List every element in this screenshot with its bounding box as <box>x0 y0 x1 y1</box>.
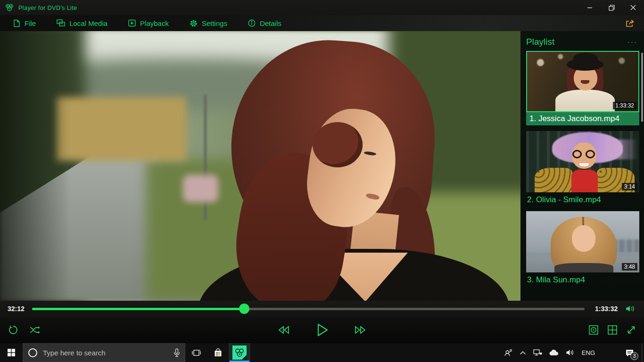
duration-badge: 3:14 <box>622 183 637 190</box>
minimize-button[interactable] <box>579 0 601 15</box>
thumb2-art-glasses-left <box>572 150 582 158</box>
playlist-scrollbar[interactable] <box>641 53 643 122</box>
task-view-button[interactable] <box>185 343 207 362</box>
video-art-building <box>57 97 186 161</box>
local-media-icon <box>57 19 65 27</box>
windows-start-icon <box>8 349 15 356</box>
duration-badge: 3:48 <box>622 263 637 271</box>
restore-button[interactable] <box>601 0 622 15</box>
fullscreen-button[interactable] <box>626 325 636 335</box>
menu-details-label: Details <box>260 19 281 27</box>
repeat-button[interactable] <box>8 324 19 336</box>
settings-gear-icon <box>190 19 198 27</box>
thumb2-art-jacket-left <box>535 168 572 192</box>
playlist-item-label[interactable]: 1. Jessica Jacobson.mp4 <box>526 112 639 125</box>
grid-view-button[interactable] <box>607 325 618 335</box>
total-time: 1:33:32 <box>595 305 618 313</box>
shuffle-button[interactable] <box>29 325 41 335</box>
notification-badge: 3 <box>630 352 638 360</box>
playlist-title: Playlist <box>526 37 554 47</box>
snapshot-button[interactable] <box>588 325 599 335</box>
onedrive-button[interactable] <box>549 349 559 356</box>
start-button[interactable] <box>0 343 23 362</box>
grid-view-icon <box>607 325 618 335</box>
playlist-thumbnail-2[interactable]: 3:14 <box>526 131 639 192</box>
thumb3-art-shoulders <box>554 263 613 272</box>
chevron-up-icon <box>520 351 526 355</box>
menu-file[interactable]: File <box>13 19 36 27</box>
share-button[interactable] <box>625 19 635 27</box>
playlist-thumbnail-3[interactable]: 3:48 <box>526 211 639 272</box>
play-icon <box>314 322 330 338</box>
info-icon <box>248 19 256 27</box>
people-icon <box>504 349 512 357</box>
menu-file-label: File <box>25 19 36 27</box>
microphone-button[interactable] <box>173 348 180 357</box>
file-icon <box>13 19 20 27</box>
onedrive-cloud-icon <box>549 349 559 356</box>
thumb2-art-smile <box>579 163 589 166</box>
video-art-car <box>183 175 218 202</box>
network-icon <box>533 349 542 356</box>
playlist-header: Playlist ··· <box>526 37 637 47</box>
thumb3-art-hair-part <box>582 217 584 226</box>
show-desktop-button[interactable] <box>642 343 644 362</box>
seek-bar[interactable] <box>32 308 585 310</box>
microphone-icon <box>173 348 180 357</box>
close-button[interactable] <box>622 0 644 15</box>
app-logo-icon <box>5 3 14 12</box>
tray-volume-icon <box>566 349 575 356</box>
playlist-item-1[interactable]: 1:33:32 1. Jessica Jacobson.mp4 <box>526 51 639 125</box>
play-button[interactable] <box>314 322 330 338</box>
playlist-more-button[interactable]: ··· <box>627 40 637 44</box>
action-center-button[interactable]: 3 <box>625 349 634 357</box>
menu-settings[interactable]: Settings <box>190 19 227 27</box>
seek-thumb[interactable] <box>239 304 249 314</box>
playlist-panel: Playlist ··· 1:33:32 1. Jessica Jacobson… <box>520 31 644 301</box>
video-art-woman-bun <box>313 122 363 167</box>
rewind-button[interactable] <box>277 325 291 335</box>
thumb1-art-torso <box>555 90 615 112</box>
menu-playback[interactable]: Playback <box>128 19 169 27</box>
playlist-item-label[interactable]: 2. Olivia - Smile.mp4 <box>526 192 639 206</box>
menu-settings-label: Settings <box>202 19 227 27</box>
thumb2-art-glasses-right <box>586 150 595 158</box>
taskbar: ENG 3 <box>0 343 644 362</box>
video-viewport[interactable] <box>0 31 520 301</box>
search-input[interactable] <box>42 348 173 357</box>
volume-button[interactable] <box>625 304 636 313</box>
current-time: 32:12 <box>8 305 29 313</box>
snapshot-frame-icon <box>588 325 599 335</box>
thumb1-art-smile <box>581 80 589 84</box>
control-row <box>0 317 644 343</box>
playlist-thumbnail-1[interactable]: 1:33:32 <box>526 51 639 112</box>
thumb2-art-hair-streak <box>606 140 638 159</box>
player-app-taskbar-button[interactable] <box>229 343 250 362</box>
menu-local-media[interactable]: Local Media <box>57 19 107 27</box>
fast-forward-icon <box>353 325 367 335</box>
video-art-vignette <box>0 31 71 301</box>
cortana-icon <box>28 348 37 357</box>
thumb3-art-face <box>572 225 595 252</box>
menu-local-media-label: Local Media <box>69 19 107 27</box>
fullscreen-expand-icon <box>626 325 636 335</box>
network-button[interactable] <box>533 349 542 356</box>
task-view-icon <box>192 349 201 357</box>
tray-volume-button[interactable] <box>566 349 575 356</box>
duration-badge: 1:33:32 <box>613 102 636 109</box>
people-button[interactable] <box>504 349 512 357</box>
menu-details[interactable]: Details <box>248 19 281 27</box>
ms-store-button[interactable] <box>207 343 229 362</box>
playback-icon <box>128 19 136 27</box>
playlist-item-3[interactable]: 3:48 3. Mila Sun.mp4 <box>526 211 639 286</box>
window-title: Player for DVD's Lite <box>18 4 77 11</box>
playlist-item-label[interactable]: 3. Mila Sun.mp4 <box>526 272 639 286</box>
system-tray: ENG <box>504 349 595 357</box>
player-app-icon <box>232 346 247 360</box>
hidden-icons-button[interactable] <box>520 351 526 355</box>
fast-forward-button[interactable] <box>353 325 367 335</box>
playlist-item-2[interactable]: 3:14 2. Olivia - Smile.mp4 <box>526 131 639 206</box>
language-indicator[interactable]: ENG <box>582 349 595 356</box>
taskbar-search[interactable] <box>23 343 185 362</box>
repeat-icon <box>8 324 19 336</box>
